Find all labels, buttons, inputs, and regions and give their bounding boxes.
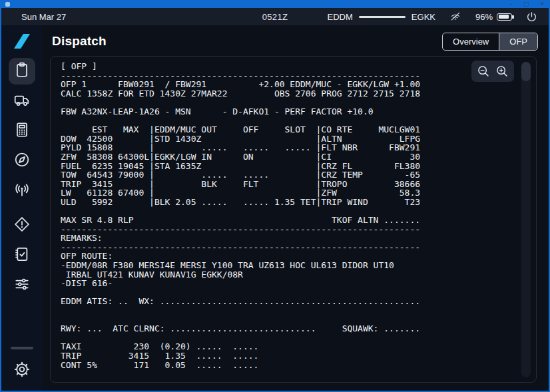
- checklist-icon: [13, 246, 31, 266]
- sidebar-item-presets[interactable]: [9, 272, 35, 299]
- sidebar-item-settings[interactable]: [9, 357, 35, 384]
- zoom-in-button[interactable]: [495, 64, 509, 79]
- scrollbar-thumb[interactable]: [521, 62, 531, 81]
- battery-icon: [497, 13, 512, 21]
- wifi-off-icon: [449, 11, 462, 23]
- efb-window: – ▢ ✕ Sun Mar 27 0521Z EDDM EGKK: [0, 0, 550, 392]
- sidebar-item-navigation[interactable]: [9, 148, 35, 174]
- zoom-out-button[interactable]: [476, 64, 491, 79]
- status-date: Sun Mar 27: [21, 12, 66, 22]
- window-minimize-button[interactable]: –: [509, 1, 513, 7]
- calculator-icon: [13, 121, 31, 141]
- tab-ofp[interactable]: OFP: [499, 33, 537, 50]
- ofp-panel: [ OFP ] --------------------------------…: [50, 56, 537, 383]
- origin-code: EDDM: [328, 12, 353, 22]
- sidebar: [1, 25, 43, 391]
- compass-icon: [13, 151, 31, 171]
- tab-overview[interactable]: Overview: [443, 33, 499, 50]
- sidebar-item-failures[interactable]: [9, 212, 35, 239]
- truck-icon: [13, 91, 31, 111]
- window-close-button[interactable]: ✕: [539, 1, 545, 7]
- view-toggle: Overview OFP: [442, 33, 538, 51]
- app-icon: [5, 2, 10, 7]
- main-content: Dispatch Overview OFP [ OFP ] ----------…: [43, 25, 549, 391]
- page-header: Dispatch Overview OFP: [43, 25, 549, 56]
- sidebar-divider: [11, 347, 33, 349]
- status-bar: Sun Mar 27 0521Z EDDM EGKK 96%: [1, 8, 549, 25]
- ofp-text: [ OFP ] --------------------------------…: [51, 57, 536, 382]
- clipboard-icon: [13, 61, 31, 81]
- window-maximize-button[interactable]: ▢: [523, 1, 529, 7]
- warning-diamond-icon: [13, 216, 31, 236]
- window-titlebar: – ▢ ✕: [1, 0, 549, 8]
- flight-progress-bar: [359, 16, 406, 18]
- gear-icon: [13, 361, 31, 381]
- sidebar-item-checklists[interactable]: [9, 242, 35, 269]
- airline-logo: [14, 34, 30, 49]
- sliders-icon: [13, 276, 31, 295]
- status-time-utc: 0521Z: [262, 12, 288, 22]
- scrollbar-track[interactable]: [521, 62, 531, 377]
- page-title: Dispatch: [52, 34, 107, 49]
- sidebar-item-performance[interactable]: [9, 118, 35, 144]
- zoom-controls: [471, 61, 514, 82]
- flight-progress: EDDM EGKK: [328, 12, 435, 22]
- sidebar-item-dispatch[interactable]: [9, 58, 35, 85]
- sidebar-item-atc[interactable]: [9, 178, 35, 204]
- battery-percent: 96%: [475, 12, 493, 22]
- power-button[interactable]: [525, 11, 538, 23]
- destination-code: EGKK: [412, 12, 435, 22]
- broadcast-icon: [13, 181, 31, 201]
- sidebar-item-ground[interactable]: [9, 88, 35, 114]
